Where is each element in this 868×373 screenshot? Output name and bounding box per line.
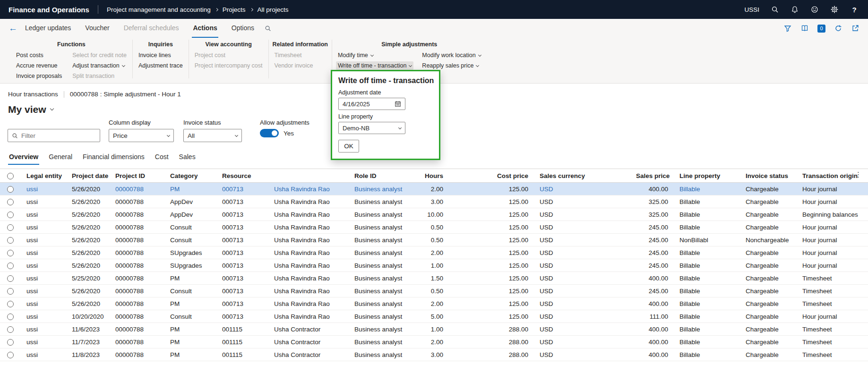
breadcrumb-item-project-management-and-accounting[interactable]: Project management and accounting — [107, 6, 211, 13]
cell-category[interactable]: PM — [164, 323, 216, 336]
cell-resource[interactable]: 001115 — [216, 323, 268, 336]
row-select-radio[interactable] — [7, 352, 14, 358]
ok-button[interactable]: OK — [338, 140, 359, 153]
ribbon-action-accrue-revenue[interactable]: Accrue revenue — [14, 61, 60, 70]
row-select-radio[interactable] — [7, 326, 14, 333]
view-selector[interactable]: My view — [8, 104, 46, 115]
cell-sales-currency[interactable]: USD — [534, 208, 630, 221]
table-row[interactable]: ussi11/8/202300000788PM001115Usha Contra… — [0, 348, 868, 361]
cell-resource[interactable]: 000713 — [216, 272, 268, 285]
row-select-radio[interactable] — [7, 237, 14, 244]
cell-resource[interactable]: 000713 — [216, 195, 268, 208]
cell-resource-name[interactable]: Usha Contractor — [268, 348, 349, 361]
cell-legal-entity[interactable]: ussi — [21, 272, 66, 285]
cell-resource-name[interactable]: Usha Ravindra Rao — [268, 272, 349, 285]
line-property-select[interactable]: Demo-NB — [338, 122, 405, 134]
cell-line-property[interactable]: Billable — [674, 297, 740, 310]
cell-resource-name[interactable]: Usha Ravindra Rao — [268, 221, 349, 234]
cell-resource-name[interactable]: Usha Ravindra Rao — [268, 195, 349, 208]
cell-role-id[interactable]: Business analyst — [349, 234, 418, 246]
column-header-sales-currency[interactable]: Sales currency — [534, 169, 630, 183]
cell-line-property[interactable]: Billable — [674, 310, 740, 323]
cell-sales-currency[interactable]: USD — [534, 272, 630, 285]
action-search-icon[interactable] — [265, 19, 271, 38]
cell-line-property[interactable]: Billable — [674, 336, 740, 348]
cell-resource-name[interactable]: Usha Ravindra Rao — [268, 285, 349, 297]
cell-project-id[interactable]: 00000788 — [110, 221, 164, 234]
table-row[interactable]: ussi5/26/202000000788PM000713Usha Ravind… — [0, 183, 868, 195]
smiley-icon[interactable] — [810, 5, 819, 14]
cell-resource[interactable]: 000713 — [216, 297, 268, 310]
cell-category[interactable]: PM — [164, 336, 216, 348]
column-options-icon[interactable]: ⋮ — [855, 171, 862, 178]
cell-line-property[interactable]: Billable — [674, 183, 740, 195]
table-row[interactable]: ussi5/26/202000000788PM000713Usha Ravind… — [0, 297, 868, 310]
table-row[interactable]: ussi5/26/202000000788SUpgrades000713Usha… — [0, 246, 868, 259]
cell-category[interactable]: Consult — [164, 234, 216, 246]
select-all-radio[interactable] — [7, 173, 14, 179]
cell-project-id[interactable]: 00000788 — [110, 272, 164, 285]
table-row[interactable]: ussi11/6/202300000788PM001115Usha Contra… — [0, 323, 868, 336]
cell-legal-entity[interactable]: ussi — [21, 323, 66, 336]
column-header-legal-entity[interactable]: Legal entity — [21, 169, 66, 183]
cell-legal-entity[interactable]: ussi — [21, 246, 66, 259]
calendar-icon[interactable] — [395, 101, 401, 107]
cell-resource[interactable]: 000713 — [216, 183, 268, 195]
cell-category[interactable]: PM — [164, 297, 216, 310]
cell-resource[interactable]: 000713 — [216, 310, 268, 323]
cell-project-id[interactable]: 00000788 — [110, 234, 164, 246]
cell-legal-entity[interactable]: ussi — [21, 234, 66, 246]
cell-sales-currency[interactable]: USD — [534, 259, 630, 272]
cell-resource[interactable]: 001115 — [216, 336, 268, 348]
table-row[interactable]: ussi5/26/202000000788Consult000713Usha R… — [0, 285, 868, 297]
help-icon[interactable]: ? — [850, 5, 859, 14]
cell-resource[interactable]: 000713 — [216, 208, 268, 221]
cell-line-property[interactable]: Billable — [674, 195, 740, 208]
table-row[interactable]: ussi5/26/202000000788Consult000713Usha R… — [0, 234, 868, 246]
cell-line-property[interactable]: Billable — [674, 323, 740, 336]
cell-resource-name[interactable]: Usha Ravindra Rao — [268, 310, 349, 323]
ribbon-action-write-off-time-transaction[interactable]: Write off time - transaction — [336, 61, 413, 70]
cell-project-id[interactable]: 00000788 — [110, 183, 164, 195]
breadcrumb-item-projects[interactable]: Projects — [223, 6, 246, 13]
tab-financial-dimensions[interactable]: Financial dimensions — [82, 151, 146, 165]
cell-legal-entity[interactable]: ussi — [21, 208, 66, 221]
cell-project-id[interactable]: 00000788 — [110, 336, 164, 348]
ribbon-action-invoice-lines[interactable]: Invoice lines — [137, 51, 173, 59]
row-select-radio[interactable] — [7, 212, 14, 218]
row-select-radio[interactable] — [7, 339, 14, 346]
ribbon-action-modify-work-location[interactable]: Modify work location — [420, 51, 482, 59]
cell-project-id[interactable]: 00000788 — [110, 195, 164, 208]
cell-legal-entity[interactable]: ussi — [21, 336, 66, 348]
cell-category[interactable]: SUpgrades — [164, 246, 216, 259]
table-row[interactable]: ussi11/7/202300000788PM001115Usha Contra… — [0, 336, 868, 348]
cell-project-id[interactable]: 00000788 — [110, 285, 164, 297]
breadcrumb-item-all-projects[interactable]: All projects — [258, 6, 289, 13]
cell-project-id[interactable]: 00000788 — [110, 310, 164, 323]
filter-input[interactable]: Filter — [8, 129, 100, 142]
cell-legal-entity[interactable]: ussi — [21, 348, 66, 361]
cell-role-id[interactable]: Business analyst — [349, 348, 418, 361]
cell-category[interactable]: PM — [164, 183, 216, 195]
cell-sales-currency[interactable]: USD — [534, 246, 630, 259]
cell-project-id[interactable]: 00000788 — [110, 259, 164, 272]
column-header-category[interactable]: Category — [164, 169, 216, 183]
refresh-icon[interactable] — [834, 24, 842, 33]
ribbon-action-post-costs[interactable]: Post costs — [14, 51, 45, 59]
cell-resource-name[interactable]: Usha Contractor — [268, 323, 349, 336]
action-tab-options[interactable]: Options — [231, 19, 255, 38]
table-row[interactable]: ussi5/26/202000000788Consult000713Usha R… — [0, 221, 868, 234]
back-button[interactable]: ← — [7, 19, 19, 38]
row-select-radio[interactable] — [7, 275, 14, 282]
cell-resource[interactable]: 000713 — [216, 234, 268, 246]
cell-sales-currency[interactable]: USD — [534, 285, 630, 297]
column-header-cost-price[interactable]: Cost price — [449, 169, 534, 183]
cell-line-property[interactable]: NonBillabl — [674, 234, 740, 246]
row-select-radio[interactable] — [7, 224, 14, 231]
action-tab-voucher[interactable]: Voucher — [84, 19, 110, 38]
cell-resource-name[interactable]: Usha Contractor — [268, 336, 349, 348]
table-row[interactable]: ussi5/25/202000000788PM000713Usha Ravind… — [0, 272, 868, 285]
cell-category[interactable]: PM — [164, 348, 216, 361]
cell-sales-currency[interactable]: USD — [534, 297, 630, 310]
cell-line-property[interactable]: Billable — [674, 348, 740, 361]
